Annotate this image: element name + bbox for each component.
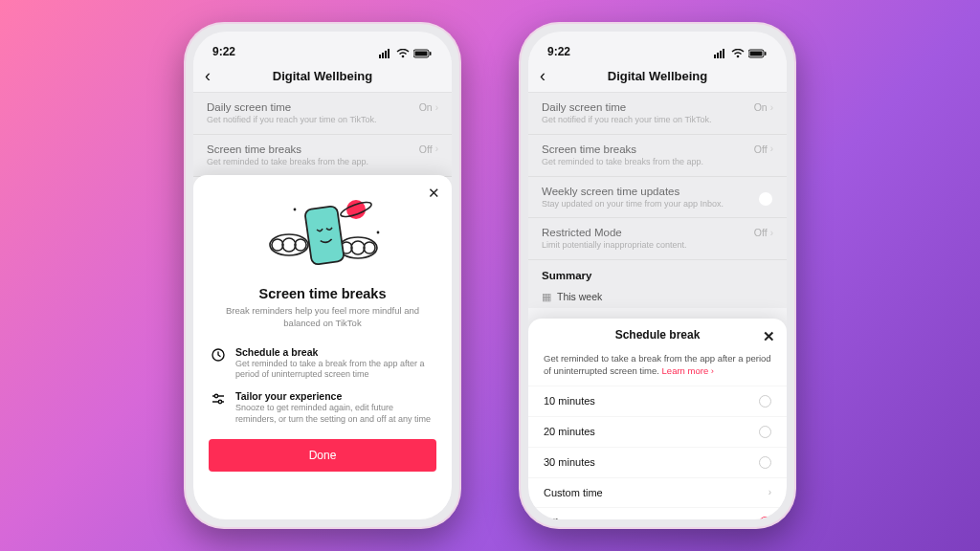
back-icon[interactable]: ‹ [205,66,211,86]
close-icon[interactable]: ✕ [428,185,440,202]
nav-bar: ‹ Digital Wellbeing [528,60,787,93]
back-icon[interactable]: ‹ [540,66,546,86]
svg-rect-33 [765,52,767,55]
done-button[interactable]: Done [209,439,436,472]
feature-subtitle: Snooze to get reminded again, edit futur… [235,403,434,425]
radio-icon[interactable] [759,426,771,438]
break-option[interactable]: Custom time› [528,477,787,507]
phone-mockup-left: 9:22 ‹ Digital Wellbeing Daily screen ti… [184,22,461,529]
break-option[interactable]: 20 minutes [528,416,787,447]
row-title: Daily screen time [207,101,291,113]
summary-header: Summary [528,260,787,285]
wifi-icon [396,49,410,58]
sheet-description: Get reminded to take a break from the ap… [528,351,787,386]
break-option[interactable]: 30 minutes [528,447,787,477]
row-weekly-updates[interactable]: Weekly screen time updates Stay updated … [528,177,787,219]
option-label: Off [544,517,557,519]
status-time: 9:22 [212,45,235,58]
svg-rect-7 [430,52,432,55]
svg-rect-28 [720,51,722,58]
settings-list: Daily screen time On› Get notified if yo… [193,93,452,177]
row-daily-screen-time[interactable]: Daily screen time On› Get notified if yo… [193,93,452,135]
calendar-icon: ▦ [542,291,551,302]
sheet-title: Schedule break [615,328,701,342]
row-title: Weekly screen time updates [542,186,679,197]
row-subtitle: Stay updated on your time from your app … [542,199,773,209]
phone-screen: 9:22 ‹ Digital Wellbeing Daily screen ti… [528,32,787,519]
battery-icon [748,49,768,58]
svg-rect-32 [750,52,763,56]
nav-bar: ‹ Digital Wellbeing [193,60,452,93]
status-bar: 9:22 [193,32,452,60]
row-value: On› [419,101,438,113]
row-restricted-mode[interactable]: Restricted Mode Off› Limit potentially i… [528,218,787,260]
chevron-right-icon: › [770,102,773,113]
row-subtitle: Get reminded to take breaks from the app… [207,157,438,167]
chevron-right-icon: › [435,143,438,154]
row-daily-screen-time[interactable]: Daily screen time On› Get notified if yo… [528,93,787,135]
learn-more-link[interactable]: Learn more [662,365,709,376]
intro-sheet: ✕ [193,175,452,519]
break-option[interactable]: Off [528,507,787,519]
svg-rect-29 [723,49,724,58]
radio-icon[interactable] [759,395,771,408]
svg-rect-1 [382,53,384,58]
nav-title: Digital Wellbeing [273,69,373,83]
sheet-title: Screen time breaks [193,286,452,301]
svg-point-25 [218,400,221,403]
svg-rect-27 [717,53,719,58]
clock-icon [211,347,226,366]
chevron-right-icon: › [770,143,773,154]
summary-week[interactable]: ▦ This week [528,285,787,308]
feature-subtitle: Get reminded to take a break from the ap… [235,359,434,381]
break-option[interactable]: 10 minutes [528,386,787,416]
status-time: 9:22 [547,45,570,58]
status-indicators [714,49,768,58]
chevron-right-icon: › [768,487,771,497]
radio-icon[interactable] [759,517,771,519]
phone-mockup-right: 9:22 ‹ Digital Wellbeing Daily screen ti… [519,22,796,529]
settings-list: Daily screen time On› Get notified if yo… [528,93,787,308]
option-label: 30 minutes [544,456,595,468]
cellular-icon [714,49,727,58]
svg-rect-2 [385,51,387,58]
svg-point-20 [377,231,380,234]
row-value: Off› [419,143,438,155]
sheet-description: Break reminders help you feel more mindf… [193,301,452,340]
status-bar: 9:22 [528,32,787,60]
row-title: Daily screen time [542,101,626,113]
feature-schedule: Schedule a break Get reminded to take a … [193,340,452,384]
row-screen-time-breaks[interactable]: Screen time breaks Off› Get reminded to … [528,135,787,177]
svg-point-30 [737,55,740,58]
cellular-icon [379,49,392,58]
row-title: Screen time breaks [207,143,301,155]
phone-screen: 9:22 ‹ Digital Wellbeing Daily screen ti… [193,32,452,519]
schedule-break-sheet: Schedule break ✕ Get reminded to take a … [528,319,787,519]
svg-point-10 [282,238,296,252]
sliders-icon [211,391,226,410]
row-subtitle: Get notified if you reach your time on T… [207,115,438,125]
close-icon[interactable]: ✕ [763,328,775,345]
row-subtitle: Limit potentially inappropriate content. [542,240,773,251]
status-indicators [379,49,433,58]
row-value: Off› [754,143,773,155]
row-value: Off› [754,227,773,238]
wifi-icon [731,49,745,58]
svg-rect-26 [714,55,716,58]
svg-point-4 [402,55,405,58]
feature-tailor: Tailor your experience Snooze to get rem… [193,384,452,428]
chevron-right-icon: › [435,102,438,113]
option-label: Custom time [544,487,603,498]
svg-rect-0 [379,55,381,58]
sheet-header: Schedule break ✕ [528,319,787,351]
svg-rect-6 [415,52,428,56]
svg-rect-3 [388,49,390,58]
option-label: 20 minutes [544,426,595,437]
illustration [193,188,452,282]
row-screen-time-breaks[interactable]: Screen time breaks Off› Get reminded to … [193,135,452,177]
svg-point-19 [294,209,297,211]
feature-title: Tailor your experience [235,390,434,402]
row-subtitle: Get reminded to take breaks from the app… [542,157,773,167]
feature-title: Schedule a break [235,346,434,358]
radio-icon[interactable] [759,456,771,469]
